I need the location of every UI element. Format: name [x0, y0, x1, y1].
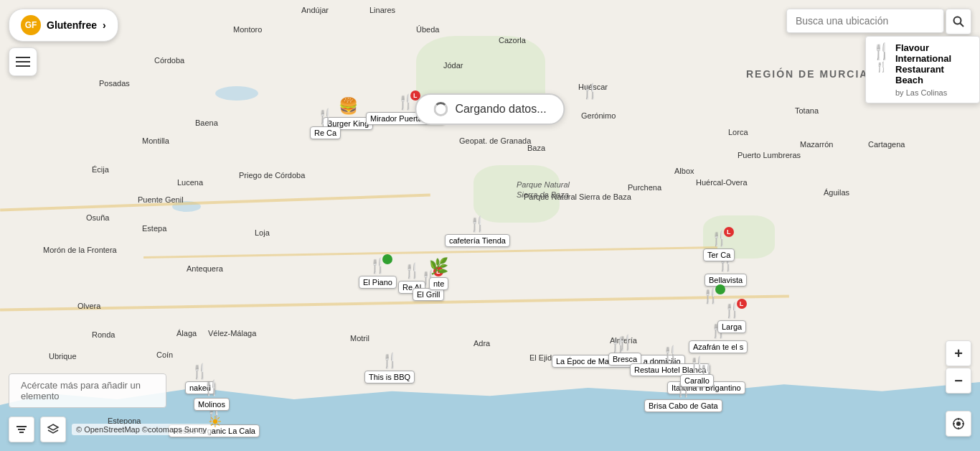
- marker-label-cafeteria-tienda: cafetería Tienda: [445, 234, 510, 247]
- place-name-álaga: Álaga: [176, 329, 197, 338]
- marker-label-larga: Larga: [717, 320, 746, 333]
- place-name-priego-de-córdoba: Priego de Córdoba: [239, 171, 305, 180]
- marker-label-nte: nte: [429, 277, 448, 290]
- place-name-linares: Linares: [369, 6, 395, 14]
- place-name-ronda: Ronda: [92, 330, 115, 339]
- place-name-jódar: Jódar: [443, 61, 463, 70]
- badge-g-green-marker: [715, 284, 725, 294]
- marker-geronimo[interactable]: 🍴: [581, 83, 599, 100]
- place-name-montoro: Montoro: [233, 25, 262, 34]
- map-container[interactable]: REGIÓN DE MURCIA AndújarLinaresÚbedaCazo…: [0, 0, 980, 451]
- marker-larga[interactable]: 🍴LLarga: [717, 302, 746, 333]
- place-name-andújar: Andújar: [301, 6, 329, 14]
- place-name-huércal-overa: Huércal-Overa: [696, 178, 748, 187]
- svg-line-1: [961, 24, 964, 27]
- zoom-out-button[interactable]: −: [946, 368, 971, 394]
- loading-spinner: [433, 102, 448, 116]
- zoom-in-button[interactable]: +: [946, 340, 971, 366]
- marker-icon-naked: 🍴: [191, 363, 209, 380]
- place-name-mazarrón: Mazarrón: [800, 140, 833, 149]
- place-name-cazorla: Cazorla: [499, 36, 526, 45]
- locate-icon: [952, 417, 965, 430]
- place-name-parque-natural: Parque NaturalSierra de Baza: [517, 180, 570, 200]
- glutenfree-label: Glutenfree: [47, 19, 97, 31]
- hamburger-menu-button[interactable]: [9, 47, 37, 76]
- marker-icon-carallo: 🍴: [688, 355, 706, 373]
- marker-label-this-is-bbq: This is BBQ: [364, 371, 415, 383]
- place-name-úbeda: Úbeda: [416, 25, 439, 34]
- marker-re-ca[interactable]: 🍴Re Ca: [310, 108, 341, 139]
- place-name-geopat.-de-granada: Geopat. de Granada: [459, 136, 531, 145]
- attribution: © OpenStreetMap ©cotomaps Sunny: [72, 424, 211, 435]
- bottom-controls: © OpenStreetMap ©cotomaps Sunny: [9, 417, 211, 442]
- place-name-puente-genil: Puente Genil: [138, 195, 184, 204]
- marker-green-marker[interactable]: 🍴: [702, 287, 720, 304]
- svg-marker-5: [48, 424, 58, 430]
- marker-nte[interactable]: 🌿nte: [429, 257, 448, 290]
- add-element-text: Acércate más para añadir un elemento: [21, 380, 141, 401]
- locate-button[interactable]: [946, 411, 971, 437]
- place-name-coín: Coín: [156, 350, 173, 359]
- marker-cafeteria-tienda[interactable]: 🍴cafetería Tienda: [445, 215, 510, 247]
- place-name-córdoba: Córdoba: [154, 56, 184, 65]
- restaurant-icon: 🍴: [872, 42, 891, 61]
- marker-icon-restau-hotel-blanca: 🍴: [661, 345, 679, 362]
- place-name-adra: Adra: [473, 339, 490, 348]
- marker-icon-burger-king: 🍔: [339, 97, 358, 116]
- marker-carallo[interactable]: 🍴Carallo: [680, 355, 714, 387]
- svg-point-0: [954, 17, 961, 24]
- marker-icon-nte: 🌿: [429, 257, 448, 276]
- glutenfree-arrow: ›: [103, 19, 106, 31]
- filter-button[interactable]: [9, 417, 34, 442]
- glutenfree-logo: GF: [21, 15, 41, 35]
- place-name-morón-de-la-frontera: Morón de la Frontera: [43, 246, 117, 254]
- marker-molinos[interactable]: 🍴Molinos: [194, 379, 230, 411]
- marker-icon-geronimo: 🍴: [581, 83, 599, 100]
- glutenfree-button[interactable]: GF Glutenfree ›: [9, 9, 118, 42]
- place-name-gerónimo: Gerónimo: [581, 111, 616, 120]
- place-name-totana: Totana: [795, 106, 819, 115]
- water-feature-1: [215, 86, 258, 101]
- place-name-loja: Loja: [255, 228, 270, 237]
- place-name-motril: Motril: [350, 334, 369, 343]
- place-name-águilas: Águilas: [824, 188, 849, 197]
- top-left-controls: GF Glutenfree ›: [9, 9, 118, 76]
- marker-label-bellavista: Bellavista: [705, 274, 747, 287]
- place-name-montilla: Montilla: [142, 136, 169, 145]
- place-name-estepa: Estepa: [142, 224, 166, 233]
- marker-ter-ca[interactable]: 🍴LTer Ca: [703, 230, 735, 261]
- hamburger-line-3: [16, 65, 30, 67]
- place-name-olvera: Olvera: [77, 302, 100, 310]
- place-name-écija: Écija: [92, 165, 109, 174]
- add-element-bar: Acércate más para añadir un elemento: [9, 373, 166, 408]
- marker-label-ter-ca: Ter Ca: [703, 248, 735, 261]
- loading-text: Cargando datos...: [455, 103, 546, 116]
- search-button[interactable]: [946, 9, 971, 34]
- svg-point-7: [956, 422, 961, 426]
- marker-label-re-ca: Re Ca: [310, 126, 341, 139]
- marker-icon-cafeteria-tienda: 🍴: [468, 215, 486, 233]
- place-name-lorca: Lorca: [728, 128, 748, 136]
- search-input[interactable]: [786, 9, 944, 33]
- hamburger-line-2: [16, 61, 30, 62]
- place-name-vélez-málaga: Vélez-Málaga: [208, 329, 256, 338]
- marker-icon-molinos: 🍴: [202, 379, 220, 396]
- search-icon: [953, 16, 964, 27]
- marker-this-is-bbq[interactable]: 🍴This is BBQ: [364, 352, 415, 383]
- marker-el-piano[interactable]: 🍴El Piano: [359, 257, 397, 289]
- place-name-antequera: Antequera: [187, 264, 223, 273]
- restaurant-subtitle: by Las Colinas: [895, 88, 974, 97]
- marker-label-el-piano: El Piano: [359, 276, 397, 289]
- region-murcia-label: REGIÓN DE MURCIA: [746, 68, 868, 80]
- loading-indicator: Cargando datos...: [415, 93, 565, 125]
- layers-button[interactable]: [40, 417, 66, 442]
- badge-l-larga: L: [737, 299, 747, 309]
- place-name-cartagena: Cartagena: [868, 140, 905, 149]
- restaurant-card[interactable]: 🍴 🍴 Flavour International Restaurant Bea…: [865, 36, 980, 103]
- marker-label-carallo: Carallo: [680, 374, 714, 387]
- place-name-posadas: Posadas: [99, 79, 130, 88]
- marker-icon-re-ca: 🍴: [316, 108, 334, 125]
- place-name-purchena: Purchena: [628, 183, 661, 192]
- filter-icon: [15, 423, 28, 436]
- place-name-ubrique: Ubrique: [49, 352, 77, 361]
